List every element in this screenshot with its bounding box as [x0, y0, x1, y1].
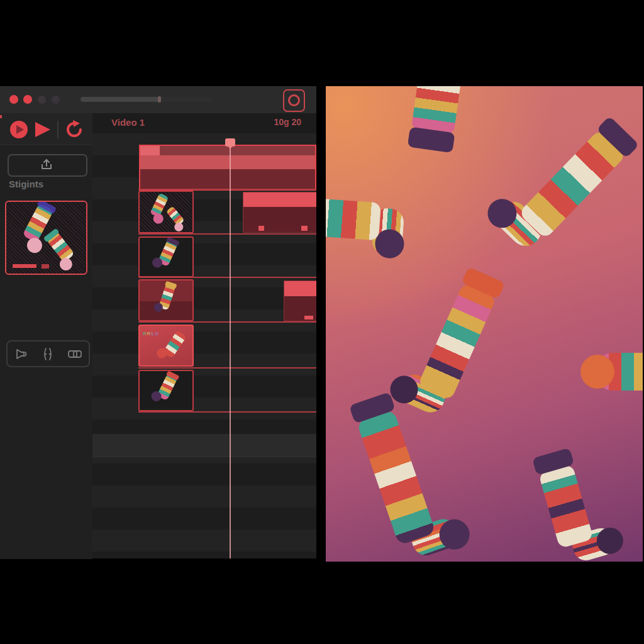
video-clip-main[interactable] [139, 145, 316, 191]
window-dot-2[interactable] [23, 95, 32, 104]
sock-top [408, 86, 465, 153]
row-separator [138, 411, 316, 413]
transport-toolbar [0, 113, 92, 145]
loop-icon[interactable] [67, 348, 82, 360]
timeline-header: Video 1 10g 20 [92, 113, 316, 133]
track-thumb-2[interactable] [138, 236, 194, 277]
timeline-band [92, 434, 316, 457]
slider-fill [80, 97, 159, 102]
record-icon[interactable] [283, 89, 305, 112]
track-thumb-4[interactable]: RRLD [138, 325, 194, 367]
play-icon[interactable] [34, 121, 52, 138]
export-button[interactable] [8, 154, 87, 177]
asset-thumbnail[interactable] [5, 201, 87, 275]
title-bar [0, 86, 316, 114]
window-dot-3[interactable] [38, 96, 46, 104]
track-thumb-3[interactable] [138, 279, 194, 321]
track-thumb-5[interactable] [138, 370, 194, 411]
titlebar-slider[interactable] [80, 97, 213, 102]
preview-render [326, 86, 643, 562]
row-separator [138, 233, 316, 235]
slider-knob[interactable] [158, 96, 161, 103]
window-dot-1[interactable] [9, 95, 18, 104]
track-thumb-1[interactable] [138, 191, 194, 233]
thumb-mini-bar [13, 264, 36, 268]
speaker-icon[interactable] [14, 348, 28, 360]
playhead-line [230, 143, 231, 558]
tool-row [6, 340, 90, 367]
row-separator [138, 321, 316, 323]
clip-row3[interactable] [284, 280, 316, 321]
sock-bottom-left [349, 382, 474, 562]
editor-window: Video 1 10g 20 1 1 1 Stigints [0, 86, 316, 558]
window-dot-4[interactable] [52, 96, 60, 104]
sock-center [386, 258, 505, 423]
brackets-icon[interactable] [42, 347, 54, 361]
thumb-mini-tag [42, 264, 49, 269]
time-label: 10g 20 [274, 117, 301, 127]
sock-bottom-right [532, 440, 626, 562]
thumb-letters: RRLD [143, 331, 159, 336]
sock-edge [580, 353, 643, 391]
track-label: Video 1 [111, 117, 145, 128]
row-separator [138, 367, 316, 369]
clip-row1[interactable] [243, 192, 316, 233]
export-icon [40, 158, 53, 172]
sock-left [326, 196, 407, 259]
play-circle-icon[interactable] [9, 120, 28, 139]
sidebar: Stigints [0, 145, 92, 559]
preview-panel [326, 86, 643, 562]
asset-thumbnail-image [6, 202, 86, 274]
timeline[interactable]: RRLD [92, 133, 316, 558]
edge-marker [0, 115, 2, 118]
playhead-handle[interactable] [225, 138, 235, 147]
refresh-icon[interactable] [64, 119, 84, 140]
sock-right [482, 99, 640, 259]
toolbar-divider [57, 121, 58, 138]
section-label: Stigints [9, 179, 43, 189]
row-separator [138, 189, 316, 190]
